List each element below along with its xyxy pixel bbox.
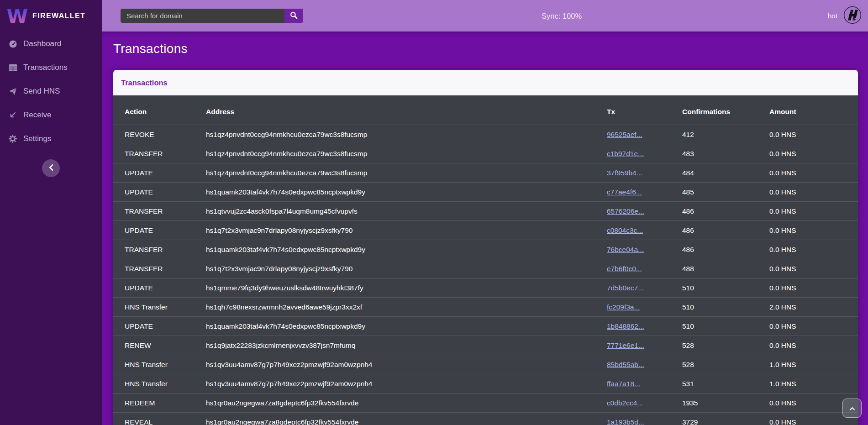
address-cell: hs1qmme79fq3dy9hweuzuslksdw48trwuyhkt387… [206,278,607,298]
tx-link[interactable]: c77ae4f6... [607,188,642,196]
table-row: UPDATE hs1q7t2x3vmjac9n7drlapy08nyjyscjz… [113,221,858,240]
confirmations-cell: 486 [682,221,769,240]
sidebar: W FIREWALLET Dashboard [0,0,102,425]
confirmations-cell: 1935 [682,394,769,413]
settings-icon [8,135,17,143]
tx-link[interactable]: 85bd55ab... [607,361,644,368]
table-row: UPDATE hs1quamk203taf4vk7h74s0edxpwc85nc… [113,317,858,336]
amount-cell: 0.0 HNS [769,336,858,355]
transactions-card: Transactions Action Address Tx Confirmat… [113,70,858,425]
sidebar-item-receive[interactable]: Receive [0,103,102,127]
action-cell: UPDATE [113,278,206,298]
confirmations-cell: 484 [682,163,769,183]
sidebar-item-transactions[interactable]: Transactions [0,56,102,79]
address-cell: hs1qz4pnvdnt0ccg94nmkhcu0ezca79wc3s8fucs… [206,125,607,144]
address-cell: hs1qz4pnvdnt0ccg94nmkhcu0ezca79wc3s8fucs… [206,144,607,163]
confirmations-cell: 531 [682,374,769,394]
tx-link[interactable]: 6576206e... [607,207,644,215]
receive-icon [8,111,17,119]
tx-link[interactable]: fc209f3a... [607,303,640,311]
confirmations-cell: 485 [682,183,769,202]
tx-link[interactable]: ffaa7a18... [607,380,640,388]
card-title: Transactions [121,79,168,87]
tx-link[interactable]: 96525aef... [607,131,642,138]
address-cell: hs1qr0au2ngegwa7za8gdeptc6fp32fkv554fxrv… [206,413,607,425]
confirmations-cell: 3729 [682,413,769,425]
action-cell: TRANSFER [113,202,206,221]
chevron-up-icon [848,404,856,412]
amount-cell: 0.0 HNS [769,240,858,259]
table-row: UPDATE hs1qmme79fq3dy9hweuzuslksdw48trwu… [113,278,858,298]
action-cell: UPDATE [113,163,206,183]
table-row: TRANSFER hs1q7t2x3vmjac9n7drlapy08nyjysc… [113,259,858,278]
table-row: TRANSFER hs1quamk203taf4vk7h74s0edxpwc85… [113,240,858,259]
sidebar-item-dashboard[interactable]: Dashboard [0,32,102,56]
search-input[interactable] [121,9,284,23]
amount-cell: 0.0 HNS [769,317,858,336]
dashboard-icon [8,40,17,48]
table-row: RENEW hs1q9jatx22283jzkcmlrnenjxvvzv387j… [113,336,858,355]
address-cell: hs1q7t2x3vmjac9n7drlapy08nyjyscjz9xsfky7… [206,221,607,240]
address-cell: hs1quamk203taf4vk7h74s0edxpwc85ncptxwpkd… [206,317,607,336]
table-row: TRANSFER hs1qtvvuj2zc4asck0fspa7l4uqm8um… [113,202,858,221]
column-header-amount: Amount [769,95,858,125]
tx-link[interactable]: c0db2cc4... [607,399,643,407]
confirmations-cell: 510 [682,298,769,317]
amount-cell: 0.0 HNS [769,163,858,183]
table-row: UPDATE hs1quamk203taf4vk7h74s0edxpwc85nc… [113,183,858,202]
table-row: HNS Transfer hs1qv3uu4amv87g7p7h49xez2pm… [113,355,858,374]
amount-cell: 0.0 HNS [769,125,858,144]
column-header-address: Address [206,95,607,125]
amount-cell: 2.0 HNS [769,298,858,317]
amount-cell: 0.0 HNS [769,221,858,240]
action-cell: HNS Transfer [113,374,206,394]
tx-link[interactable]: 7d5b0ec7... [607,284,644,292]
confirmations-cell: 528 [682,336,769,355]
search-icon [290,11,298,21]
search-button[interactable] [284,9,303,23]
scroll-to-top-button[interactable] [842,399,862,418]
wallet-name-label: hot [827,12,837,20]
card-header: Transactions [113,70,858,95]
sidebar-collapse-button[interactable] [42,159,60,177]
action-cell: REDEEM [113,394,206,413]
tx-link[interactable]: 1b848862... [607,322,644,330]
address-cell: hs1q7t2x3vmjac9n7drlapy08nyjyscjz9xsfky7… [206,259,607,278]
address-cell: hs1qv3uu4amv87g7p7h49xez2pmzwjf92am0wzpn… [206,374,607,394]
table-row: REDEEM hs1qr0au2ngegwa7za8gdeptc6fp32fkv… [113,394,858,413]
confirmations-cell: 412 [682,125,769,144]
sidebar-item-settings[interactable]: Settings [0,127,102,151]
confirmations-cell: 486 [682,202,769,221]
tx-link[interactable]: 1a193b5d... [607,418,644,425]
table-row: REVEAL hs1qr0au2ngegwa7za8gdeptc6fp32fkv… [113,413,858,425]
address-cell: hs1qtvvuj2zc4asck0fspa7l4uqm8umg45cfvupv… [206,202,607,221]
sidebar-item-label: Transactions [23,63,68,72]
main-content: Transactions Transactions Action Address… [102,31,868,425]
address-cell: hs1quamk203taf4vk7h74s0edxpwc85ncptxwpkd… [206,240,607,259]
confirmations-cell: 510 [682,278,769,298]
column-header-confirmations: Confirmations [682,95,769,125]
action-cell: TRANSFER [113,259,206,278]
address-cell: hs1quamk203taf4vk7h74s0edxpwc85ncptxwpkd… [206,183,607,202]
transactions-table: Action Address Tx Confirmations Amount R… [113,95,858,425]
tx-link[interactable]: 37f959b4... [607,169,642,177]
confirmations-cell: 510 [682,317,769,336]
action-cell: TRANSFER [113,240,206,259]
table-row: TRANSFER hs1qz4pnvdnt0ccg94nmkhcu0ezca79… [113,144,858,163]
tx-link[interactable]: 7771e6e1... [607,341,644,349]
address-cell: hs1qv3uu4amv87g7p7h49xez2pmzwjf92am0wzpn… [206,355,607,374]
transactions-icon [8,64,17,72]
firewallet-logo-icon: W [7,4,27,28]
tx-link[interactable]: c0804c3c... [607,226,643,234]
address-cell: hs1q9jatx22283jzkcmlrnenjxvvzv387jsn7mfu… [206,336,607,355]
sidebar-item-send-hns[interactable]: Send HNS [0,79,102,103]
tx-link[interactable]: 76bce04a... [607,246,644,253]
action-cell: HNS Transfer [113,298,206,317]
domain-search-form [121,9,303,23]
handshake-logo-icon[interactable] [843,6,862,26]
tx-link[interactable]: c1b97d1e... [607,150,644,157]
tx-link[interactable]: e7b6f0c0... [607,265,642,273]
confirmations-cell: 483 [682,144,769,163]
amount-cell: 1.0 HNS [769,355,858,374]
column-header-action: Action [113,95,206,125]
